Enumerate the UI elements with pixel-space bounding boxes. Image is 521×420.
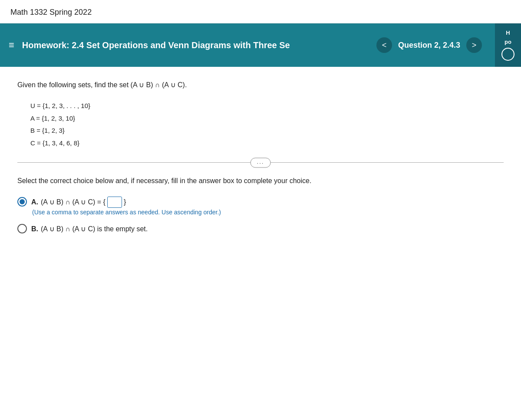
set-A: A = {1, 2, 3, 10}	[30, 112, 504, 125]
choice-A-row: A. (A ∪ B) ∩ (A ∪ C) = { }	[31, 197, 221, 208]
homework-title: Homework: 2.4 Set Operations and Venn Di…	[22, 39, 290, 51]
radio-A-inner	[20, 199, 25, 204]
sets-block: U = {1, 2, 3, . . . , 10} A = {1, 2, 3, …	[30, 100, 504, 149]
choice-A-label: A.	[31, 198, 38, 206]
set-U: U = {1, 2, 3, . . . , 10}	[30, 100, 504, 112]
answer-input-container[interactable]	[107, 197, 122, 208]
header-right-subtext: po	[505, 39, 511, 45]
radio-B[interactable]	[17, 224, 27, 233]
answer-input[interactable]	[109, 199, 120, 206]
set-C: C = {1, 3, 4, 6, 8}	[30, 137, 504, 150]
choice-B: B. (A ∪ B) ∩ (A ∪ C) is the empty set.	[17, 223, 504, 235]
top-bar: Math 1332 Spring 2022	[0, 0, 521, 23]
set-B: B = {1, 2, 3}	[30, 125, 504, 137]
radio-A[interactable]	[17, 197, 27, 207]
choice-B-row: B. (A ∪ B) ∩ (A ∪ C) is the empty set.	[31, 223, 148, 235]
hamburger-icon[interactable]: ≡	[9, 40, 14, 50]
choice-B-text: (A ∪ B) ∩ (A ∪ C) is the empty set.	[41, 223, 148, 235]
page-title: Math 1332 Spring 2022	[10, 8, 92, 16]
select-instruction: Select the correct choice below and, if …	[17, 176, 504, 186]
header-center: < Question 2, 2.4.3 >	[363, 37, 495, 53]
hint-text-A: (Use a comma to separate answers as need…	[32, 209, 221, 216]
more-button[interactable]: ···	[251, 158, 271, 168]
header-right-circle	[501, 48, 514, 61]
choice-A-content: A. (A ∪ B) ∩ (A ∪ C) = { } (Use a comma …	[31, 197, 221, 216]
main-content: Given the following sets, find the set (…	[0, 67, 521, 256]
choice-B-label: B.	[31, 225, 38, 233]
next-question-button[interactable]: >	[466, 37, 482, 53]
prev-question-button[interactable]: <	[376, 37, 392, 53]
choice-B-content: B. (A ∪ B) ∩ (A ∪ C) is the empty set.	[31, 223, 148, 235]
problem-statement: Given the following sets, find the set (…	[17, 80, 504, 90]
choice-A: A. (A ∪ B) ∩ (A ∪ C) = { } (Use a comma …	[17, 197, 504, 216]
header-right-text: H	[506, 30, 510, 36]
divider-row: ···	[17, 162, 504, 163]
question-label: Question 2, 2.4.3	[398, 41, 460, 50]
header-bar: ≡ Homework: 2.4 Set Operations and Venn …	[0, 23, 521, 67]
choice-A-text-after: }	[124, 197, 126, 208]
header-right-panel: H po	[495, 23, 521, 67]
choice-A-text-before: (A ∪ B) ∩ (A ∪ C) = {	[41, 197, 106, 208]
header-left: ≡ Homework: 2.4 Set Operations and Venn …	[0, 32, 363, 59]
